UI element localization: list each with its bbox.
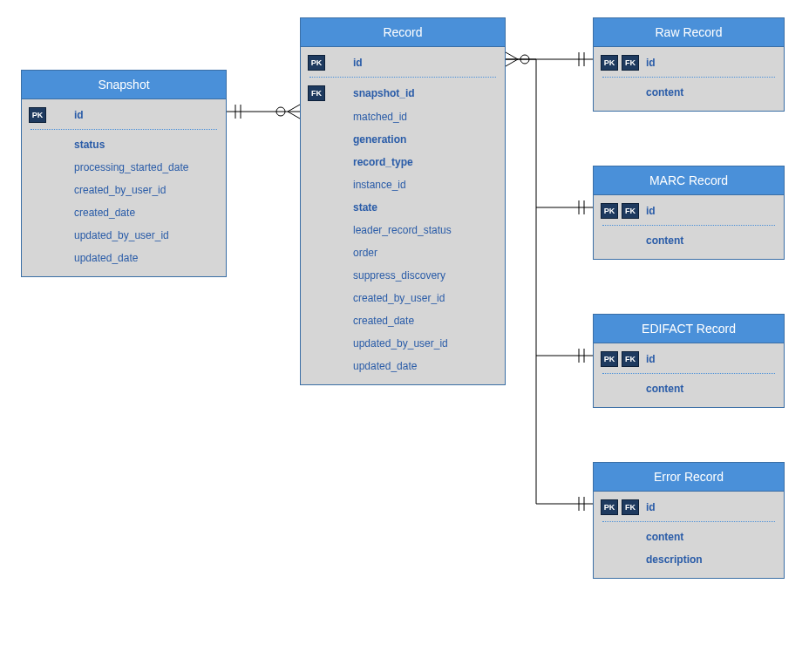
field-name: id — [353, 57, 496, 69]
field-row: PKFKid — [594, 347, 784, 371]
field-row: generation — [301, 128, 505, 151]
key-column: PKFK — [601, 351, 646, 367]
entity-edifact-body: PKFKidcontent — [594, 343, 784, 407]
entity-raw-body: PKFKidcontent — [594, 47, 784, 111]
pk-separator — [31, 129, 217, 130]
field-row: PKid — [301, 51, 505, 75]
field-row: order — [301, 241, 505, 264]
pk-badge: PK — [29, 107, 46, 123]
field-row: status — [22, 133, 226, 156]
pk-separator — [309, 77, 496, 78]
field-name: content — [646, 86, 775, 98]
field-row: updated_by_user_id — [22, 224, 226, 247]
field-name: id — [74, 109, 217, 121]
field-row: leader_record_status — [301, 219, 505, 241]
field-row: created_by_user_id — [22, 179, 226, 201]
field-name: record_type — [353, 156, 496, 168]
pk-separator — [602, 225, 775, 226]
fk-badge: FK — [308, 85, 325, 101]
fk-badge: FK — [622, 499, 639, 515]
svg-line-5 — [288, 112, 300, 119]
entity-edifact: EDIFACT Record PKFKidcontent — [593, 314, 785, 408]
field-name: created_date — [353, 315, 496, 327]
entity-raw-title: Raw Record — [594, 18, 784, 47]
field-row: processing_started_date — [22, 156, 226, 179]
entity-error: Error Record PKFKidcontentdescription — [593, 462, 785, 579]
field-name: matched_id — [353, 111, 496, 123]
svg-point-3 — [276, 107, 285, 116]
entity-error-title: Error Record — [594, 463, 784, 492]
field-name: created_date — [74, 207, 217, 219]
field-name: leader_record_status — [353, 224, 496, 236]
field-row: record_type — [301, 151, 505, 173]
pk-separator — [602, 373, 775, 374]
field-name: state — [353, 201, 496, 214]
fk-badge: FK — [622, 55, 639, 71]
field-name: updated_date — [353, 360, 496, 372]
entity-marc-body: PKFKidcontent — [594, 195, 784, 259]
entity-edifact-title: EDIFACT Record — [594, 315, 784, 343]
field-row: content — [594, 526, 784, 548]
entity-record: Record PKidFKsnapshot_idmatched_idgenera… — [300, 17, 506, 385]
field-name: status — [74, 139, 217, 151]
svg-line-9 — [506, 59, 518, 66]
key-column: FK — [308, 85, 353, 101]
key-column: PKFK — [601, 499, 646, 515]
field-row: description — [594, 548, 784, 571]
pk-separator — [602, 77, 775, 78]
fk-badge: FK — [622, 351, 639, 367]
field-row: PKFKid — [594, 495, 784, 519]
entity-record-title: Record — [301, 18, 505, 47]
field-name: suppress_discovery — [353, 269, 496, 282]
field-name: content — [646, 234, 775, 247]
svg-line-8 — [506, 52, 518, 59]
svg-line-4 — [288, 105, 300, 112]
field-name: content — [646, 531, 775, 543]
key-column: PK — [308, 55, 353, 71]
field-name: generation — [353, 133, 496, 146]
pk-badge: PK — [601, 351, 618, 367]
field-name: content — [646, 383, 775, 395]
field-row: PKid — [22, 103, 226, 127]
field-name: updated_date — [74, 252, 217, 264]
pk-badge: PK — [308, 55, 325, 71]
key-column: PKFK — [601, 203, 646, 219]
field-row: created_date — [22, 201, 226, 224]
field-name: id — [646, 205, 775, 217]
field-name: description — [646, 553, 775, 566]
entity-snapshot: Snapshot PKidstatusprocessing_started_da… — [21, 70, 227, 277]
field-name: processing_started_date — [74, 161, 217, 173]
field-name: updated_by_user_id — [74, 229, 217, 241]
key-column: PK — [29, 107, 74, 123]
pk-badge: PK — [601, 203, 618, 219]
field-name: snapshot_id — [353, 87, 496, 99]
field-row: content — [594, 229, 784, 252]
entity-marc: MARC Record PKFKidcontent — [593, 166, 785, 260]
field-row: content — [594, 81, 784, 104]
entity-error-body: PKFKidcontentdescription — [594, 492, 784, 578]
entity-marc-title: MARC Record — [594, 166, 784, 195]
key-column: PKFK — [601, 55, 646, 71]
field-row: updated_date — [301, 355, 505, 377]
field-row: matched_id — [301, 105, 505, 128]
field-name: id — [646, 57, 775, 69]
entity-record-body: PKidFKsnapshot_idmatched_idgenerationrec… — [301, 47, 505, 384]
field-name: order — [353, 247, 496, 259]
field-row: PKFKid — [594, 199, 784, 223]
field-row: state — [301, 196, 505, 219]
field-row: PKFKid — [594, 51, 784, 75]
svg-point-7 — [520, 55, 529, 64]
field-name: instance_id — [353, 179, 496, 191]
fk-badge: FK — [622, 203, 639, 219]
pk-separator — [602, 521, 775, 522]
field-row: suppress_discovery — [301, 264, 505, 287]
pk-badge: PK — [601, 499, 618, 515]
field-row: content — [594, 377, 784, 400]
field-row: created_by_user_id — [301, 287, 505, 309]
entity-snapshot-title: Snapshot — [22, 71, 226, 99]
field-row: FKsnapshot_id — [301, 81, 505, 105]
entity-snapshot-body: PKidstatusprocessing_started_datecreated… — [22, 99, 226, 276]
field-row: updated_by_user_id — [301, 332, 505, 355]
field-name: created_by_user_id — [353, 292, 496, 304]
field-name: id — [646, 353, 775, 365]
